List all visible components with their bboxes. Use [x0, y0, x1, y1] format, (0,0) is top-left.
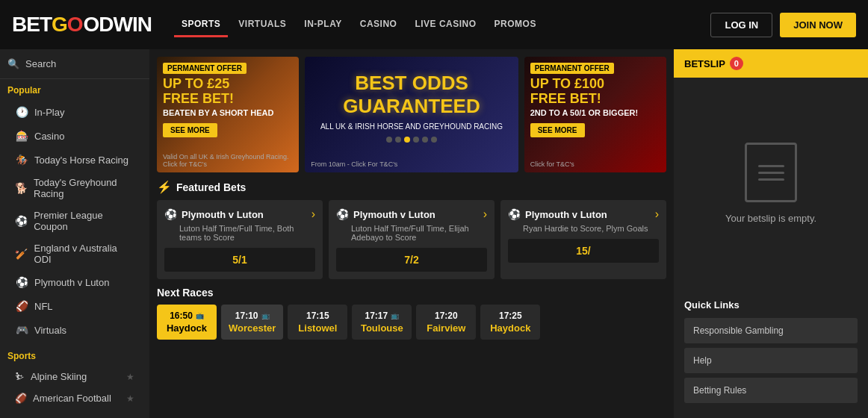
join-button[interactable]: JOIN NOW: [780, 13, 856, 37]
banner-note-3: Click for T&C's: [524, 159, 666, 169]
logo-win: ODWIN: [84, 13, 152, 37]
banner-greyhound[interactable]: PERMANENT OFFER UP TO £25FREE BET! BEATE…: [157, 57, 299, 172]
betslip-badge: 0: [730, 57, 743, 70]
dot-6[interactable]: [431, 137, 437, 143]
race-slot-3[interactable]: 17:15 Listowel: [288, 305, 347, 340]
race-venue-3: Listowel: [295, 322, 340, 334]
race-time-2: 17:10 📺: [229, 311, 276, 321]
sidebar-item-label: Plymouth v Luton: [34, 277, 109, 288]
bet-card-1[interactable]: ⚽ Plymouth v Luton › Luton Half Time/Ful…: [157, 200, 323, 279]
sports-section: Sports ⛷ Alpine Skiing ★ 🏈 American Foot…: [0, 345, 149, 412]
bet-sport-icon-2: ⚽: [336, 208, 349, 220]
race-venue-4: Toulouse: [359, 322, 404, 334]
sidebar-item-label: Alpine Skiing: [31, 371, 87, 382]
sidebar-item-nfl[interactable]: 🏈 NFL: [7, 294, 142, 318]
race-time-5: 17:20: [424, 311, 468, 321]
banner-title-1: UP TO £25FREE BET!: [157, 77, 299, 107]
banner-best-odds[interactable]: BEST ODDSGUARANTEED ALL UK & IRISH HORSE…: [305, 57, 518, 172]
betslip-empty-state: Your betslip is empty.: [674, 78, 868, 289]
search-icon: 🔍: [7, 58, 19, 69]
sidebar-item-inplay[interactable]: 🕐 In-Play: [7, 100, 142, 124]
dot-3[interactable]: [404, 137, 410, 143]
sidebar-item-alpine-skiing[interactable]: ⛷ Alpine Skiing ★: [7, 366, 142, 387]
dot-5[interactable]: [422, 137, 428, 143]
banner-tag-3: PERMANENT OFFER: [530, 63, 614, 74]
betslip-header: BETSLIP 0: [674, 49, 868, 78]
sidebar-item-label: In-Play: [34, 107, 64, 118]
casino-icon: 🎰: [15, 129, 28, 143]
featured-bets-title: ⚡ Featured Bets: [157, 180, 666, 194]
banner-sub-1: BEATEN BY A SHORT HEAD: [157, 107, 299, 119]
quick-link-help[interactable]: Help: [684, 348, 858, 373]
sidebar-item-greyhound[interactable]: 🐕 Today's Greyhound Racing: [7, 172, 142, 205]
race-slot-4[interactable]: 17:17 📺 Toulouse: [352, 305, 412, 340]
sidebar-item-plymouth-luton[interactable]: ⚽ Plymouth v Luton: [7, 270, 142, 294]
bet-card-header-1: ⚽ Plymouth v Luton ›: [164, 208, 315, 221]
banner-btn-1[interactable]: SEE MORE: [163, 123, 217, 137]
bet-title-2: Plymouth v Luton: [353, 209, 435, 220]
bet-arrow-3: ›: [655, 208, 659, 221]
nav-casino[interactable]: CASINO: [353, 13, 405, 37]
race-slot-1[interactable]: 16:50 📺 Haydock: [157, 305, 217, 340]
bet-sport-icon-3: ⚽: [508, 208, 521, 220]
next-races-section: Next Races 16:50 📺 Haydock 17:10 📺 Worce…: [157, 287, 666, 340]
bet-desc-3: Ryan Hardie to Score, Plym Goals: [508, 224, 659, 233]
main-layout: 🔍 Search Popular 🕐 In-Play 🎰 Casino 🏇 To…: [0, 49, 868, 418]
quick-link-responsible-gambling[interactable]: Responsible Gambling: [684, 318, 858, 343]
dot-1[interactable]: [386, 137, 392, 143]
nav-live-casino[interactable]: LIVE CASINO: [407, 13, 483, 37]
nav-inplay[interactable]: IN-PLAY: [297, 13, 349, 37]
bet-arrow-1: ›: [311, 208, 315, 221]
header-actions: LOG IN JOIN NOW: [710, 13, 856, 37]
quick-links-title: Quick Links: [684, 299, 858, 311]
sidebar-item-casino[interactable]: 🎰 Casino: [7, 124, 142, 148]
dot-2[interactable]: [395, 137, 401, 143]
nav-sports[interactable]: SPORTS: [174, 13, 228, 37]
sidebar-item-horse-racing[interactable]: 🏇 Today's Horse Racing: [7, 148, 142, 172]
receipt-line-1: [758, 165, 784, 167]
race-slot-6[interactable]: 17:25 Haydock: [480, 305, 540, 340]
bet-sport-icon-1: ⚽: [164, 208, 177, 220]
bet-card-3[interactable]: ⚽ Plymouth v Luton › Ryan Hardie to Scor…: [500, 200, 666, 279]
race-slot-5[interactable]: 17:20 Fairview: [416, 305, 476, 340]
sidebar-item-england-australia[interactable]: 🏏 England v Australia ODI: [7, 237, 142, 270]
receipt-icon: [745, 143, 797, 202]
tv-icon-4: 📺: [391, 312, 399, 319]
race-slots: 16:50 📺 Haydock 17:10 📺 Worcester 17:15: [157, 305, 666, 340]
nav-promos[interactable]: PROMOS: [487, 13, 544, 37]
sidebar-item-virtuals[interactable]: 🎮 Virtuals: [7, 318, 142, 342]
banner-btn-3[interactable]: SEE MORE: [530, 123, 585, 137]
race-slot-2[interactable]: 17:10 📺 Worcester: [221, 305, 283, 340]
cricket-icon: 🏏: [15, 247, 28, 261]
receipt-line-2: [758, 172, 784, 174]
bet-desc-2: Luton Half Time/Full Time, Elijah Adebay…: [336, 224, 487, 242]
betslip-empty-text: Your betslip is empty.: [725, 213, 816, 224]
sidebar-item-label: Casino: [34, 131, 64, 142]
banner-free-bet[interactable]: PERMANENT OFFER UP TO £100FREE BET! 2ND …: [524, 57, 666, 172]
banner-tag-1: PERMANENT OFFER: [163, 63, 247, 74]
bet-card-2[interactable]: ⚽ Plymouth v Luton › Luton Half Time/Ful…: [329, 200, 495, 279]
sidebar-item-label: NFL: [34, 301, 53, 312]
dot-4[interactable]: [413, 137, 419, 143]
star-icon-2[interactable]: ★: [126, 393, 134, 404]
bet-title-1: Plymouth v Luton: [182, 209, 264, 220]
football-icon: ⚽: [15, 214, 28, 228]
bet-odds-3[interactable]: 15/: [508, 239, 659, 263]
banners: PERMANENT OFFER UP TO £25FREE BET! BEATE…: [157, 57, 666, 172]
next-races-label: Next Races: [157, 287, 214, 299]
bet-odds-1[interactable]: 5/1: [164, 248, 315, 272]
sidebar-item-american-football[interactable]: 🏈 American Football ★: [7, 387, 142, 409]
search-box[interactable]: 🔍 Search: [0, 49, 149, 79]
login-button[interactable]: LOG IN: [710, 13, 772, 37]
lightning-icon: ⚡: [157, 180, 172, 194]
star-icon[interactable]: ★: [126, 372, 134, 382]
sidebar-item-premier-league[interactable]: ⚽ Premier League Coupon: [7, 205, 142, 237]
bet-odds-2[interactable]: 7/2: [336, 248, 487, 272]
banner-title-3: UP TO £100FREE BET!: [524, 77, 666, 107]
race-venue-6: Haydock: [488, 322, 533, 334]
nav-virtuals[interactable]: VIRTUALS: [231, 13, 294, 37]
nfl-icon: 🏈: [15, 299, 28, 313]
football2-icon: ⚽: [15, 275, 28, 289]
quick-link-betting-rules[interactable]: Betting Rules: [684, 378, 858, 403]
logo[interactable]: BETGOODWIN: [12, 13, 152, 37]
